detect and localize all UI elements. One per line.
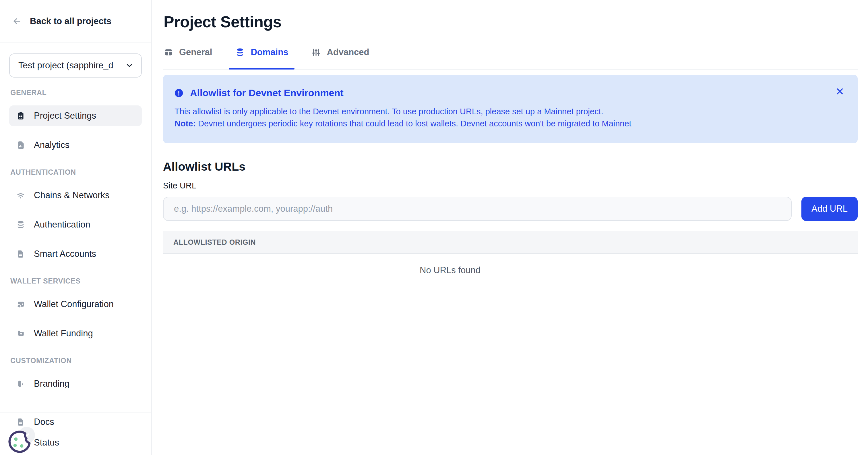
tab-label: Advanced [327,47,369,57]
sidebar-item-wallet-funding[interactable]: Wallet Funding [9,323,142,344]
sidebar-item-chains-networks[interactable]: Chains & Networks [9,185,142,206]
chevron-down-icon [125,61,134,70]
sidebar-item-label: Docs [34,417,54,427]
project-selector-value: Test project (sapphire_d [19,60,121,71]
sliders-icon [311,48,321,57]
site-url-row: Add URL [163,197,858,221]
tab-label: General [179,47,212,57]
add-url-button[interactable]: Add URL [801,197,858,221]
sidebar-item-label: Smart Accounts [34,249,96,259]
sidebar-item-smart-accounts[interactable]: Smart Accounts [9,244,142,264]
allowlist-urls-heading: Allowlist URLs [163,160,858,173]
database-icon [235,48,245,57]
sidebar-scroll-area: Test project (sapphire_d GENERAL [0,43,151,388]
clipboard-icon [16,111,25,120]
allowlist-table: ALLOWLISTED ORIGIN No URLs found [163,231,858,276]
table-header-row: ALLOWLISTED ORIGIN [163,231,858,254]
devnet-allowlist-banner: Allowlist for Devnet Environment This al… [163,75,858,143]
sidebar-section-authentication: AUTHENTICATION [10,168,142,176]
database-icon [16,220,25,229]
info-circle-icon [174,88,184,98]
table-grid-icon [164,48,174,57]
back-label: Back to all projects [30,16,112,26]
sidebar-item-label: Status [34,437,59,448]
tab-label: Domains [251,47,288,57]
table-header-allowlisted-origin: ALLOWLISTED ORIGIN [174,238,256,247]
sidebar-item-label: Branding [34,378,69,388]
sidebar: Back to all projects Test project (sapph… [0,0,152,455]
banner-note-label: Note: [175,119,196,128]
sidebar-section-general: GENERAL [10,88,142,97]
docs-file-icon [16,417,25,427]
arrow-left-icon [12,17,22,26]
sidebar-section-customization: CUSTOMIZATION [10,357,142,365]
banner-line1: This allowlist is only applicable to the… [175,106,823,117]
banner-title-row: Allowlist for Devnet Environment [174,87,823,98]
analytics-file-icon [16,140,25,150]
banner-body: This allowlist is only applicable to the… [175,106,823,130]
project-selector-dropdown[interactable]: Test project (sapphire_d [9,53,142,78]
sidebar-item-label: Project Settings [34,111,96,121]
wifi-icon [16,191,25,200]
sidebar-item-branding[interactable]: Branding [9,373,142,388]
sidebar-item-label: Wallet Configuration [34,299,114,309]
sidebar-item-label: Analytics [34,140,69,150]
branding-icon [16,379,25,388]
banner-note-text: Devnet undergoes periodic key rotations … [198,119,631,128]
close-icon[interactable] [835,86,845,96]
sidebar-item-wallet-configuration[interactable]: Wallet Configuration [9,294,142,315]
main-content: Project Settings General [152,0,868,455]
sidebar-item-analytics[interactable]: Analytics [9,135,142,155]
wallet-gear-icon [16,300,25,309]
file-icon [16,249,25,258]
sidebar-item-label: Chains & Networks [34,190,110,200]
sidebar-section-wallet-services: WALLET SERVICES [10,277,142,285]
tab-domains[interactable]: Domains [235,45,289,69]
banner-line2: Note:Devnet undergoes periodic key rotat… [175,117,823,130]
tab-general[interactable]: General [163,45,213,69]
site-url-label: Site URL [163,181,858,191]
wallet-card-icon [16,329,25,338]
sidebar-item-label: Authentication [34,220,90,230]
tab-bar: General Domains [163,45,858,69]
sidebar-item-authentication[interactable]: Authentication [9,214,142,235]
empty-state-text: No URLs found [163,254,858,276]
page-title: Project Settings [164,12,858,31]
sidebar-item-project-settings[interactable]: Project Settings [9,106,142,126]
site-url-input[interactable] [163,197,792,221]
app-root: Back to all projects Test project (sapph… [0,0,868,455]
banner-title: Allowlist for Devnet Environment [190,87,344,98]
cookie-consent-icon[interactable] [7,428,33,454]
sidebar-item-label: Wallet Funding [34,328,93,339]
back-to-projects-link[interactable]: Back to all projects [0,0,151,43]
tab-advanced[interactable]: Advanced [311,45,370,69]
